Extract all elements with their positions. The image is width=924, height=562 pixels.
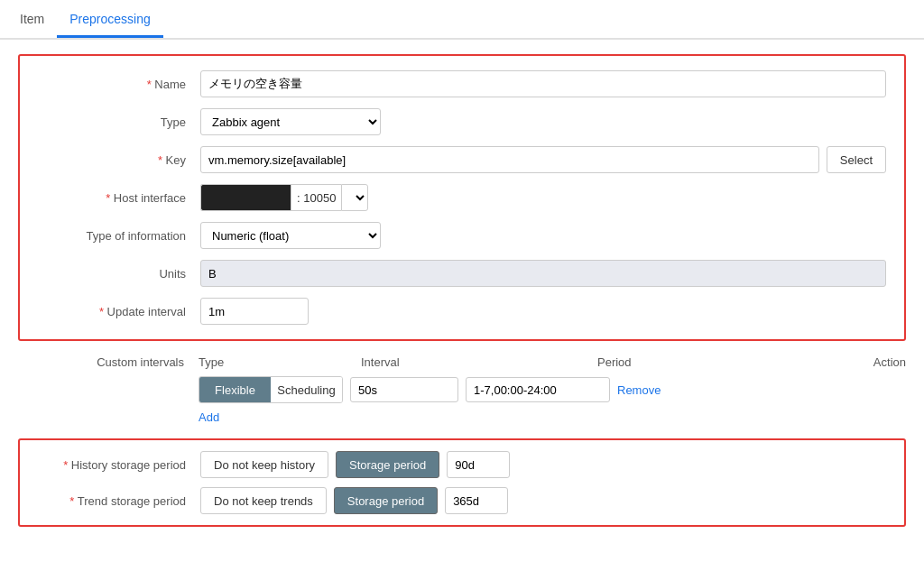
ci-data-row: Flexible Scheduling Remove [36, 376, 906, 403]
name-input[interactable] [200, 70, 886, 97]
name-row: Name [38, 70, 886, 97]
host-ip-box [200, 184, 291, 211]
history-storage-period-btn[interactable]: Storage period [336, 451, 439, 478]
custom-intervals-section: Custom intervals Type Interval Period Ac… [18, 355, 906, 424]
ci-data-cols: Flexible Scheduling Remove [199, 376, 906, 403]
ci-col-interval-header: Interval [361, 355, 597, 369]
type-label: Type [38, 115, 200, 129]
ci-column-headers: Type Interval Period Action [199, 355, 906, 369]
tab-item[interactable]: Item [7, 3, 57, 38]
ci-scheduling-btn[interactable]: Scheduling [271, 377, 342, 402]
type-select[interactable]: Zabbix agent Zabbix agent (active) SNMP … [200, 108, 381, 135]
key-input[interactable] [200, 146, 819, 173]
ci-add-row: Add [199, 410, 906, 424]
select-button[interactable]: Select [827, 146, 886, 173]
key-label: Key [38, 153, 200, 167]
tab-preprocessing[interactable]: Preprocessing [57, 3, 163, 38]
host-interface-row: Host interface : 10050 [38, 184, 886, 211]
host-port-text: : 10050 [291, 184, 341, 211]
ci-col-action-header: Action [834, 355, 906, 369]
ci-add-link[interactable]: Add [199, 410, 219, 424]
ci-interval-input[interactable] [350, 377, 458, 402]
main-content: Name Type Zabbix agent Zabbix agent (act… [0, 40, 924, 541]
type-row: Type Zabbix agent Zabbix agent (active) … [38, 108, 886, 135]
host-interface-select[interactable] [341, 184, 368, 211]
trend-storage-controls: Do not keep trends Storage period [200, 487, 508, 514]
key-input-group: Select [200, 146, 886, 173]
tabs-container: Item Preprocessing [0, 0, 924, 40]
custom-intervals-label: Custom intervals [36, 355, 199, 369]
history-storage-label: History storage period [38, 458, 200, 472]
trend-storage-value-input[interactable] [445, 487, 508, 514]
type-of-information-row: Type of information Numeric (float) Nume… [38, 222, 886, 249]
ci-period-input[interactable] [466, 377, 610, 402]
item-form-section: Name Type Zabbix agent Zabbix agent (act… [18, 54, 906, 341]
trend-no-keep-btn[interactable]: Do not keep trends [200, 487, 327, 514]
update-interval-row: Update interval [38, 298, 886, 325]
units-label: Units [38, 267, 200, 281]
type-of-information-label: Type of information [38, 229, 200, 243]
history-storage-row: History storage period Do not keep histo… [38, 451, 886, 478]
update-interval-input[interactable] [200, 298, 309, 325]
trend-storage-period-btn[interactable]: Storage period [334, 487, 438, 514]
custom-intervals-header: Custom intervals Type Interval Period Ac… [36, 355, 906, 369]
ci-flexible-btn[interactable]: Flexible [199, 377, 271, 402]
ci-col-period-header: Period [597, 355, 834, 369]
ci-col-type-header: Type [199, 355, 361, 369]
ci-remove-link[interactable]: Remove [617, 383, 661, 397]
storage-section: History storage period Do not keep histo… [18, 438, 906, 527]
history-storage-value-input[interactable] [447, 451, 510, 478]
key-row: Key Select [38, 146, 886, 173]
host-interface-controls: : 10050 [200, 184, 368, 211]
units-input[interactable] [200, 260, 886, 287]
host-interface-label: Host interface [38, 191, 200, 205]
ci-type-toggle: Flexible Scheduling [199, 376, 343, 403]
trend-storage-row: Trend storage period Do not keep trends … [38, 487, 886, 514]
units-row: Units [38, 260, 886, 287]
history-no-keep-btn[interactable]: Do not keep history [200, 451, 328, 478]
trend-storage-label: Trend storage period [38, 494, 200, 508]
type-of-information-select[interactable]: Numeric (float) Numeric (unsigned) Chara… [200, 222, 381, 249]
name-label: Name [38, 78, 200, 91]
history-storage-controls: Do not keep history Storage period [200, 451, 510, 478]
update-interval-label: Update interval [38, 305, 200, 318]
